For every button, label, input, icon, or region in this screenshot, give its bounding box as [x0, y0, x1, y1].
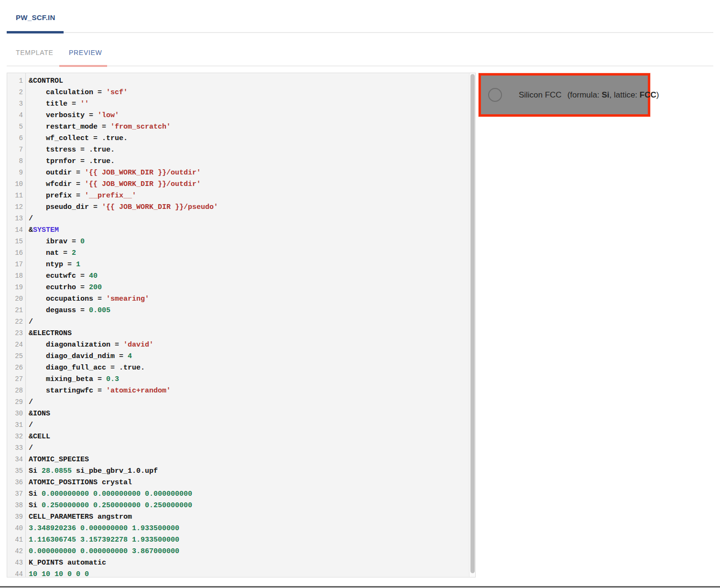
code-line: 37Si 0.000000000 0.000000000 0.000000000: [7, 488, 469, 500]
editor-scrollbar[interactable]: [469, 73, 475, 577]
line-number: 2: [7, 88, 26, 96]
code-text: tprnfor = .true.: [26, 157, 115, 165]
line-number: 44: [7, 570, 26, 578]
code-text: title = '': [26, 100, 89, 108]
tab-bar-divider: [7, 65, 713, 66]
preview-option-label: Silicon FCC(formula: Si, lattice: FCC): [510, 81, 659, 109]
code-text: &SYSTEM: [26, 226, 59, 234]
code-text: 0.000000000 0.000000000 3.867000000: [26, 547, 179, 555]
code-text: ATOMIC_POSITIONS crystal: [26, 479, 132, 487]
code-line: 6 wf_collect = .true.: [7, 132, 469, 144]
line-number: 13: [7, 215, 26, 222]
code-text: degauss = 0.005: [26, 306, 110, 315]
tab-preview[interactable]: PREVIEW: [69, 49, 102, 56]
code-text: nat = 2: [26, 249, 76, 257]
code-text: wfcdir = '{{ JOB_WORK_DIR }}/outdir': [26, 180, 201, 188]
code-text: ibrav = 0: [26, 238, 85, 246]
line-number: 29: [7, 398, 26, 406]
code-line: 5 restart_mode = 'from_scratch': [7, 121, 469, 132]
code-text: Si 28.0855 si_pbe_gbrv_1.0.upf: [26, 467, 158, 475]
line-number: 28: [7, 387, 26, 394]
code-line: 43K_POINTS automatic: [7, 557, 469, 568]
line-number: 10: [7, 180, 26, 188]
line-number: 36: [7, 479, 26, 486]
code-text: tstress = .true.: [26, 146, 115, 154]
code-text: CELL_PARAMETERS angstrom: [26, 513, 132, 521]
code-text: /: [26, 421, 33, 429]
code-text: diagonalization = 'david': [26, 341, 153, 349]
line-number: 19: [7, 283, 26, 291]
code-line: 13/: [7, 213, 469, 224]
tab-preview-active-indicator: [59, 65, 107, 67]
code-text: K_POINTS automatic: [26, 559, 106, 567]
line-number: 32: [7, 433, 26, 440]
line-number: 42: [7, 547, 26, 555]
code-line: 39CELL_PARAMETERS angstrom: [7, 511, 469, 523]
code-text: ecutwfc = 40: [26, 272, 98, 280]
code-line: 10 wfcdir = '{{ JOB_WORK_DIR }}/outdir': [7, 178, 469, 190]
code-lines: 1&CONTROL2 calculation = 'scf'3 title = …: [7, 75, 469, 580]
code-line: 33/: [7, 442, 469, 454]
code-line: 25 diago_david_ndim = 4: [7, 350, 469, 362]
line-number: 1: [7, 77, 26, 85]
code-line: 1&CONTROL: [7, 75, 469, 87]
line-number: 23: [7, 329, 26, 337]
code-line: 36ATOMIC_POSITIONS crystal: [7, 477, 469, 488]
code-line: 20 occupations = 'smearing': [7, 293, 469, 305]
line-number: 20: [7, 295, 26, 303]
file-tab-active-indicator: [7, 31, 64, 33]
code-text: 10 10 10 0 0 0: [26, 570, 89, 578]
code-text: ATOMIC_SPECIES: [26, 456, 89, 464]
code-line: 30&IONS: [7, 408, 469, 419]
code-line: 32&CELL: [7, 431, 469, 442]
line-number: 22: [7, 318, 26, 326]
code-line: 4410 10 10 0 0 0: [7, 568, 469, 580]
code-text: diago_david_ndim = 4: [26, 352, 132, 360]
line-number: 40: [7, 524, 26, 532]
code-text: startingwfc = 'atomic+random': [26, 387, 171, 395]
code-line: 29/: [7, 396, 469, 408]
editor-scrollbar-thumb[interactable]: [470, 74, 475, 573]
code-line: 8 tprnfor = .true.: [7, 155, 469, 167]
line-number: 30: [7, 410, 26, 417]
code-line: 403.348920236 0.000000000 1.933500000: [7, 523, 469, 534]
code-text: prefix = '__prefix__': [26, 192, 136, 200]
code-line: 38Si 0.250000000 0.250000000 0.250000000: [7, 500, 469, 511]
code-text: /: [26, 444, 33, 452]
line-number: 17: [7, 261, 26, 268]
code-line: 15 ibrav = 0: [7, 236, 469, 247]
code-line: 19 ecutrho = 200: [7, 282, 469, 293]
code-line: 31/: [7, 419, 469, 431]
line-number: 41: [7, 536, 26, 544]
radio-unchecked-icon[interactable]: [488, 88, 502, 102]
code-line: 16 nat = 2: [7, 247, 469, 259]
code-line: 2 calculation = 'scf': [7, 87, 469, 98]
code-text: 1.116306745 3.157392278 1.933500000: [26, 536, 179, 544]
preview-option-silicon-fcc[interactable]: Silicon FCC(formula: Si, lattice: FCC): [479, 73, 650, 117]
code-line: 23&ELECTRONS: [7, 327, 469, 339]
line-number: 34: [7, 456, 26, 463]
line-number: 35: [7, 467, 26, 475]
line-number: 26: [7, 364, 26, 371]
code-text: &CELL: [26, 433, 50, 441]
code-line: 24 diagonalization = 'david': [7, 339, 469, 350]
line-number: 27: [7, 375, 26, 383]
code-line: 9 outdir = '{{ JOB_WORK_DIR }}/outdir': [7, 167, 469, 178]
code-editor[interactable]: 1&CONTROL2 calculation = 'scf'3 title = …: [7, 73, 476, 577]
file-tab-divider: [7, 32, 713, 33]
line-number: 5: [7, 123, 26, 131]
code-line: 26 diago_full_acc = .true.: [7, 362, 469, 373]
code-text: /: [26, 215, 33, 223]
tab-template[interactable]: TEMPLATE: [16, 49, 53, 56]
code-text: /: [26, 398, 33, 406]
code-text: pseudo_dir = '{{ JOB_WORK_DIR }}/pseudo': [26, 203, 218, 211]
line-number: 4: [7, 111, 26, 119]
code-text: &ELECTRONS: [26, 329, 72, 338]
code-line: 11 prefix = '__prefix__': [7, 190, 469, 201]
code-line: 14&SYSTEM: [7, 224, 469, 236]
code-line: 3 title = '': [7, 98, 469, 109]
code-line: 17 ntyp = 1: [7, 259, 469, 270]
code-line: 28 startingwfc = 'atomic+random': [7, 385, 469, 396]
file-tab-pw-scf-in[interactable]: PW_SCF.IN: [16, 13, 55, 22]
code-text: &IONS: [26, 410, 50, 418]
